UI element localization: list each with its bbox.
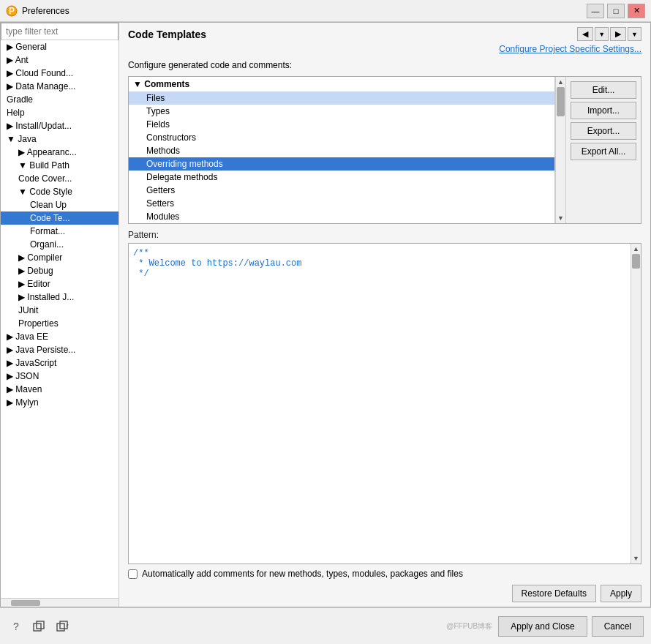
- template-item-fields[interactable]: Fields: [129, 118, 554, 131]
- tree-item-help[interactable]: Help: [1, 106, 118, 119]
- svg-rect-5: [60, 621, 67, 629]
- nav-back-dropdown[interactable]: ▼: [595, 27, 609, 41]
- config-label: Configure generated code and comments:: [119, 57, 650, 73]
- scroll-up-arrow[interactable]: ▲: [556, 77, 566, 87]
- tree-item-compiler[interactable]: ▶ Compiler: [1, 251, 118, 264]
- scroll-track: [556, 87, 565, 213]
- svg-rect-4: [57, 624, 64, 631]
- tree-item-editor[interactable]: ▶ Editor: [1, 277, 118, 291]
- template-item-overriding-methods[interactable]: Overriding methods: [129, 157, 554, 171]
- template-item-types[interactable]: Types: [129, 105, 554, 118]
- tree-item-debug[interactable]: ▶ Debug: [1, 264, 118, 277]
- tree-item-ant[interactable]: ▶ Ant: [1, 53, 118, 67]
- tree-item-data-mgmt[interactable]: ▶ Data Manage...: [1, 80, 118, 93]
- left-panel-scrollbar: [1, 598, 118, 607]
- import-button[interactable]: Import...: [571, 102, 636, 119]
- export-all-button[interactable]: Export All...: [571, 143, 636, 160]
- close-button[interactable]: ✕: [628, 4, 645, 18]
- pattern-scroll-track: [631, 254, 641, 553]
- main-container: ▶ General▶ Ant▶ Cloud Found...▶ Data Man…: [0, 22, 651, 607]
- bottom-icons: ?: [7, 618, 446, 635]
- nav-buttons: ◀ ▼ ▶ ▼: [577, 27, 641, 41]
- minimize-button[interactable]: —: [587, 4, 604, 18]
- tree-item-appearance[interactable]: ▶ Appearanc...: [1, 146, 118, 159]
- tree-item-maven[interactable]: ▶ Maven: [1, 383, 118, 396]
- tree-item-install-update[interactable]: ▶ Install/Updat...: [1, 119, 118, 132]
- cancel-button[interactable]: Cancel: [592, 616, 644, 637]
- pattern-scrollbar: ▲ ▼: [631, 244, 641, 564]
- tree-item-java-ee[interactable]: ▶ Java EE: [1, 330, 118, 343]
- title-bar: P Preferences — □ ✕: [0, 0, 651, 22]
- export-icon[interactable]: [54, 618, 72, 635]
- pattern-scroll-down[interactable]: ▼: [631, 553, 641, 564]
- pattern-label: Pattern:: [119, 227, 650, 242]
- template-item-getters[interactable]: Getters: [129, 184, 554, 197]
- tree-wrapper: ▶ General▶ Ant▶ Cloud Found...▶ Data Man…: [1, 40, 118, 598]
- tree-item-code-templates[interactable]: Code Te...: [1, 211, 118, 225]
- apply-button[interactable]: Apply: [601, 585, 641, 602]
- help-icon[interactable]: ?: [7, 618, 25, 635]
- tree-item-mylyn[interactable]: ▶ Mylyn: [1, 396, 118, 409]
- filter-input[interactable]: [1, 23, 118, 40]
- checkbox-row: Automatically add comments for new metho…: [119, 566, 650, 582]
- watermark: @FFPUB博客: [446, 621, 492, 632]
- bottom-action-buttons: Apply and Close Cancel: [498, 616, 644, 637]
- tree-item-junit[interactable]: JUnit: [1, 304, 118, 317]
- template-category-comments[interactable]: ▼ Comments: [129, 77, 554, 91]
- tree-item-json[interactable]: ▶ JSON: [1, 370, 118, 383]
- scroll-thumb: [557, 87, 565, 116]
- tree-item-java[interactable]: ▼ Java: [1, 132, 118, 146]
- auto-comments-checkbox[interactable]: [128, 569, 138, 579]
- action-buttons: Edit... Import... Export... Export All..…: [565, 77, 641, 223]
- template-item-setters[interactable]: Setters: [129, 197, 554, 210]
- pattern-area: ▲ ▼: [128, 243, 641, 564]
- config-link[interactable]: Configure Project Specific Settings...: [119, 41, 650, 57]
- nav-forward-dropdown[interactable]: ▼: [628, 27, 641, 41]
- template-tree-area: ▼ CommentsFilesTypesFieldsConstructorsMe…: [128, 76, 641, 224]
- tree-item-code-coverage[interactable]: Code Cover...: [1, 172, 118, 185]
- template-item-files[interactable]: Files: [129, 91, 554, 105]
- page-title: Code Templates: [128, 29, 577, 40]
- pattern-scroll-up[interactable]: ▲: [631, 244, 641, 254]
- tree-item-formatter[interactable]: Format...: [1, 225, 118, 238]
- pattern-textarea[interactable]: [129, 244, 631, 564]
- templates-tree: ▼ CommentsFilesTypesFieldsConstructorsMe…: [129, 77, 555, 223]
- tree-item-properties[interactable]: Properties: [1, 317, 118, 330]
- tree-item-java-persistence[interactable]: ▶ Java Persiste...: [1, 343, 118, 356]
- restore-defaults-button[interactable]: Restore Defaults: [512, 585, 596, 602]
- left-panel-scroll: ▶ General▶ Ant▶ Cloud Found...▶ Data Man…: [1, 40, 118, 598]
- sub-buttons-row: Restore Defaults Apply: [119, 582, 650, 607]
- tree-item-cloud-foundry[interactable]: ▶ Cloud Found...: [1, 67, 118, 80]
- apply-and-close-button[interactable]: Apply and Close: [498, 616, 587, 637]
- left-panel: ▶ General▶ Ant▶ Cloud Found...▶ Data Man…: [1, 23, 119, 607]
- template-tree-scrollbar: ▲ ▼: [555, 77, 565, 223]
- maximize-button[interactable]: □: [607, 4, 625, 18]
- tree-item-organize-imports[interactable]: Organi...: [1, 238, 118, 251]
- tree-item-gradle[interactable]: Gradle: [1, 93, 118, 106]
- app-icon: P: [6, 5, 18, 17]
- bottom-bar: ? @FFPUB博客 Apply and Close Cancel: [0, 607, 651, 644]
- tree-item-clean-up[interactable]: Clean Up: [1, 198, 118, 211]
- nav-back[interactable]: ◀: [577, 27, 593, 41]
- template-item-methods[interactable]: Methods: [129, 144, 554, 157]
- window-title: Preferences: [22, 6, 587, 16]
- tree-item-general[interactable]: ▶ General: [1, 40, 118, 53]
- scroll-down-arrow[interactable]: ▼: [556, 213, 566, 223]
- export-button[interactable]: Export...: [571, 122, 636, 140]
- template-item-modules[interactable]: Modules: [129, 210, 554, 223]
- tree-item-build-path[interactable]: ▼ Build Path: [1, 159, 118, 172]
- template-item-constructors[interactable]: Constructors: [129, 131, 554, 144]
- edit-button[interactable]: Edit...: [571, 81, 636, 99]
- svg-rect-3: [37, 621, 44, 629]
- h-scrollthumb: [11, 600, 40, 606]
- template-item-delegate-methods[interactable]: Delegate methods: [129, 171, 554, 184]
- auto-comments-label: Automatically add comments for new metho…: [142, 569, 463, 579]
- window-controls: — □ ✕: [587, 4, 645, 18]
- pattern-scroll-thumb: [632, 254, 640, 269]
- nav-forward[interactable]: ▶: [610, 27, 626, 41]
- tree-item-javascript[interactable]: ▶ JavaScript: [1, 356, 118, 370]
- tree-item-code-style[interactable]: ▼ Code Style: [1, 185, 118, 198]
- right-panel: Code Templates ◀ ▼ ▶ ▼ Configure Project…: [119, 23, 650, 607]
- restore-icon[interactable]: [31, 618, 48, 635]
- tree-item-installed-jre[interactable]: ▶ Installed J...: [1, 291, 118, 304]
